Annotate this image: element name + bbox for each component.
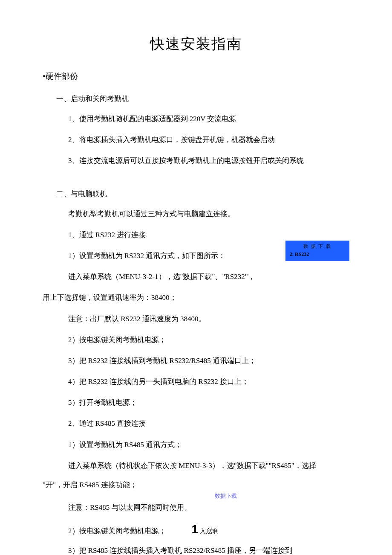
sec1-item-2: 2、将电源插头插入考勤机电源口，按键盘开机键，机器就会启动 (68, 134, 349, 145)
sec1-item-1: 1、使用考勤机随机配的电源适配器到 220V 交流电源 (68, 113, 349, 125)
blue-box-title: 数 据 下 载 (285, 243, 349, 250)
sec1-item-3: 3、连接交流电源后可以直接按考勤机考勤机上的电源按钮开启或关闭系统 (68, 155, 349, 166)
blue-label: 数据卜载 (102, 492, 349, 500)
sec2-2-title: 2、通过 RS485 直接连接 (68, 418, 349, 429)
sec2-2-menu-a: 进入菜单系统（待机状态下依次按 MENU-3-3），选"数据下载""RS485"… (68, 460, 349, 471)
blue-box-item: 2. RS232 (285, 251, 349, 258)
sec2-1-speed: 用上下选择键，设置通讯速率为：38400； (43, 292, 349, 303)
inline-ital: 法 (206, 527, 213, 536)
sec2-1-step2: 2）按电源键关闭考勤机电源； (68, 334, 349, 346)
document-title: 快速安装指南 (43, 34, 349, 54)
sec2-intro: 考勤机型考勤机可以通过三种方式与电脑建立连接。 (68, 208, 349, 220)
sec2-1-note: 注意：出厂默认 RS232 通讯速度为 38400。 (68, 313, 349, 325)
blue-menu-box: 数 据 下 载 2. RS232 (285, 241, 349, 261)
inline-small-pre: 入 (200, 528, 206, 535)
sec2-1-menu: 进入菜单系统（MENU-3-2-1），选"数据下载"、"RS232"， (68, 271, 349, 282)
big-one: 1 (192, 523, 199, 536)
sec2-heading: 二、与电脑联机 (56, 189, 349, 199)
inline-small-post: 利 (213, 528, 219, 535)
sec2-2-open: "开"，开启 RS485 连接功能； (43, 479, 349, 491)
sec2-1-step4: 4）把 RS232 连接线的另一头插到电脑的 RS232 接口上； (68, 376, 349, 387)
sec2-2-step1: 1）设置考勤机为 RS485 通讯方式； (68, 439, 349, 450)
sec2-1-step3: 3）把 RS232 连接线插到考勤机 RS232/RS485 通讯端口上； (68, 355, 349, 366)
sec2-1-step5: 5）打开考勤机电源； (68, 397, 349, 408)
sec2-2-step2: 2）按电源键关闭考勤机电源； (68, 525, 166, 537)
sec2-2-step3: 3）把 RS485 连接线插头插入考勤机 RS232/RS485 插座，另一端连… (68, 545, 349, 555)
sec2-1-title: 1、通过 RS232 进行连接 (68, 229, 349, 241)
sec2-2-note: 注意：RS485 与以太网不能同时使用。 (68, 502, 349, 513)
sec1-heading: 一、启动和关闭考勤机 (56, 94, 349, 104)
hardware-heading: •硬件部份 (43, 71, 349, 82)
